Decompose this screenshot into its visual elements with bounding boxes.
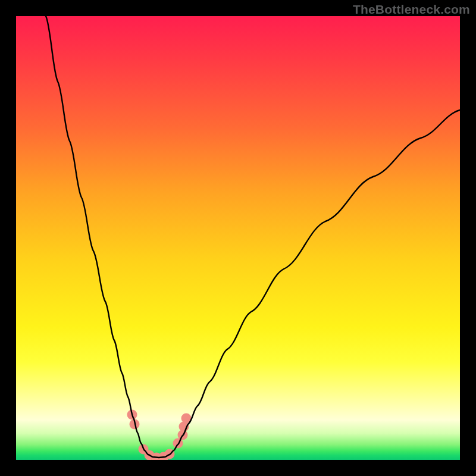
curve-marker	[139, 444, 149, 455]
curve-marker	[130, 419, 140, 430]
curve-marker	[179, 422, 189, 432]
curve-marker	[127, 410, 137, 420]
plot-area	[16, 16, 460, 460]
curve-marker	[165, 449, 175, 459]
curve-marker	[152, 453, 162, 461]
watermark-text: TheBottleneck.com	[353, 2, 470, 17]
chart-frame: TheBottleneck.com	[0, 0, 476, 476]
curve-marker	[159, 452, 169, 461]
marker-layer	[127, 410, 192, 461]
curve-marker	[178, 430, 188, 440]
curve-marker	[181, 414, 192, 424]
curve-right-branch	[170, 110, 460, 455]
curve-marker	[145, 450, 155, 461]
curve-marker	[173, 439, 183, 449]
curve-valley-floor	[148, 455, 170, 458]
curve-left-branch	[46, 16, 148, 455]
bottleneck-curve	[16, 16, 460, 460]
